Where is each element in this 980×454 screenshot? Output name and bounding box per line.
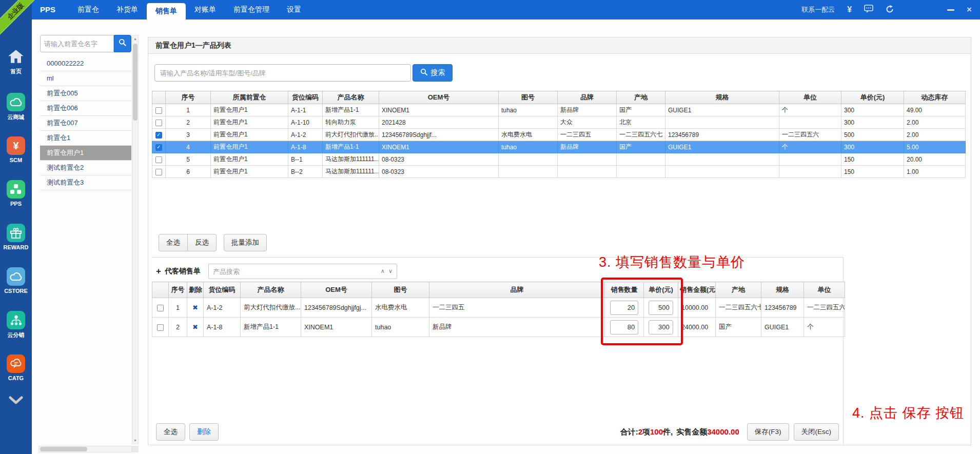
scroll-down-icon[interactable]: ▼ (132, 439, 138, 442)
checkbox-cell[interactable] (152, 104, 166, 116)
list-item-warehouse[interactable]: 前置仓1 (40, 131, 131, 146)
nav-tab-2[interactable]: 销售单 (147, 3, 186, 19)
table-row[interactable]: 1✖A-1-2前大灯代扣代缴放...123456789Sdghjjfgj...水… (152, 298, 845, 318)
column-header: 货位编码 (288, 91, 323, 104)
close-icon[interactable]: × (967, 0, 972, 19)
list-item-warehouse[interactable]: ml (40, 71, 131, 86)
table-row[interactable]: 6前置仓用户1B--2马达加斯加111111...08-03231501.00 (152, 166, 966, 178)
checkbox-cell[interactable] (152, 318, 169, 337)
sidebar-item-云商城[interactable]: 云商城 (0, 89, 32, 132)
price-cell[interactable] (644, 318, 678, 337)
unit-price-input[interactable] (649, 301, 673, 315)
table-cell: 一二三四五六七 (716, 298, 761, 318)
cloud-icon (7, 93, 25, 111)
row-checkbox[interactable] (157, 305, 164, 311)
warehouse-search-button[interactable] (114, 35, 131, 52)
delete-row-icon[interactable]: ✖ (192, 304, 198, 311)
currency-icon[interactable]: ¥ (847, 5, 852, 14)
list-item-warehouse[interactable]: 前置仓005 (40, 86, 131, 101)
sidebar-item-CSTORE[interactable]: CSTORE (0, 263, 32, 307)
qty-cell[interactable] (605, 298, 644, 318)
checkbox-cell[interactable] (152, 298, 169, 318)
table-cell: 个 (779, 141, 841, 153)
cloud-chat-icon (7, 354, 25, 373)
table-cell: 大众 (558, 116, 617, 129)
delete-row-icon[interactable]: ✖ (192, 323, 198, 331)
table-row[interactable]: 5前置仓用户1B--1马达加斯加111111...08-032315020.00 (152, 153, 966, 166)
warehouse-vertical-scrollbar[interactable]: ▲ ▼ (132, 35, 139, 444)
table-row[interactable]: 2前置仓用户1A-1-10转向助力泵2021428大众北京3002.00 (152, 116, 966, 129)
checkbox-cell[interactable] (152, 141, 166, 153)
table-cell: 2.00 (904, 116, 966, 129)
checkbox-cell[interactable] (152, 129, 166, 141)
table-row[interactable]: 2✖A-1-8新增产品1-1XINOEM1tuhao新品牌24000.00国产G… (152, 318, 845, 337)
sidebar-item-REWARD[interactable]: REWARD (0, 220, 32, 263)
table-cell: 马达加斯加111111... (323, 153, 379, 166)
product-search-input[interactable] (154, 64, 411, 82)
collapse-down-icon[interactable]: ∨ (388, 267, 393, 274)
warehouse-horizontal-scrollbar[interactable] (38, 446, 132, 452)
delete-button[interactable]: 删除 (189, 423, 219, 441)
sidebar-item-首页[interactable]: 首页 (0, 45, 32, 89)
select-all-button[interactable]: 全选 (159, 234, 188, 251)
checkbox-cell[interactable] (152, 153, 166, 166)
list-item-warehouse[interactable]: 前置仓006 (40, 101, 131, 116)
row-checkbox[interactable] (157, 324, 164, 331)
row-checkbox[interactable] (155, 169, 162, 175)
scrollbar-thumb[interactable] (40, 447, 87, 451)
unit-price-input[interactable] (649, 320, 673, 334)
sidebar-item-CATG[interactable]: CATG (0, 350, 32, 394)
save-button[interactable]: 保存(F3) (747, 423, 789, 441)
invert-selection-button[interactable]: 反选 (187, 234, 217, 251)
row-checkbox[interactable] (155, 132, 162, 139)
message-icon[interactable] (864, 5, 873, 15)
nav-tab-0[interactable]: 前置仓 (69, 0, 108, 19)
close-button[interactable]: 关闭(Esc) (794, 423, 839, 441)
scrollbar-thumb[interactable] (133, 44, 138, 121)
scroll-up-icon[interactable]: ▲ (132, 37, 138, 41)
table-cell: 123456789 (665, 129, 779, 141)
minimize-icon[interactable] (947, 9, 954, 11)
home-icon (8, 49, 24, 66)
nav-tab-3[interactable]: 对账单 (186, 0, 225, 19)
nav-tab-4[interactable]: 前置仓管理 (225, 0, 278, 19)
table-cell: 国产 (617, 141, 665, 153)
sidebar-item-SCM[interactable]: ¥SCM (0, 132, 32, 176)
table-row[interactable]: 4前置仓用户1A-1-8新增产品1-1XINOEM1tuhao新品牌国产GUIG… (152, 141, 966, 153)
nav-tab-1[interactable]: 补货单 (108, 0, 147, 19)
delete-cell[interactable]: ✖ (187, 298, 204, 318)
list-item-warehouse[interactable]: 前置仓007 (40, 116, 131, 131)
product-search-button[interactable]: 搜索 (413, 64, 453, 82)
chevron-down-icon[interactable] (0, 396, 32, 407)
sales-qty-input[interactable] (610, 320, 638, 334)
batch-add-button[interactable]: 批量添加 (224, 234, 267, 251)
list-item-warehouse[interactable]: 测试前置仓2 (40, 161, 131, 175)
brand-pps[interactable]: PPS (40, 0, 55, 19)
delete-cell[interactable]: ✖ (187, 318, 204, 337)
list-item-warehouse[interactable]: 测试前置仓3 (40, 175, 131, 190)
price-cell[interactable] (644, 298, 678, 318)
table-cell: tuhao (499, 104, 558, 116)
checkbox-cell[interactable] (152, 116, 166, 129)
select-all-button[interactable]: 全选 (156, 423, 185, 441)
qty-cell[interactable] (605, 318, 644, 337)
row-checkbox[interactable] (155, 107, 162, 114)
row-checkbox[interactable] (155, 144, 162, 151)
checkbox-cell[interactable] (152, 166, 166, 178)
nav-tab-5[interactable]: 设置 (278, 0, 310, 19)
warehouse-search-input[interactable] (40, 35, 114, 52)
list-item-warehouse[interactable]: 0000022222 (40, 56, 131, 71)
sidebar-item-PPS[interactable]: PPS (0, 176, 32, 220)
cloud-icon (7, 267, 25, 286)
table-row[interactable]: 3前置仓用户1A-1-2前大灯代扣代缴放...123456789Sdghjjf.… (152, 129, 966, 141)
table-row[interactable]: 1前置仓用户1A-1-1新增产品1-1XINOEM1tuhao新品牌国产GUIG… (152, 104, 966, 116)
sales-qty-input[interactable] (610, 301, 638, 315)
collapse-up-icon[interactable]: ∧ (381, 267, 385, 274)
contact-link[interactable]: 联系一配云 (801, 5, 835, 14)
sidebar-item-云分销[interactable]: 云分销 (0, 307, 32, 350)
row-checkbox[interactable] (155, 156, 162, 163)
list-item-warehouse[interactable]: 前置仓用户1 (40, 146, 131, 161)
row-checkbox[interactable] (155, 120, 162, 126)
sales-product-search-input[interactable] (208, 264, 397, 279)
refresh-icon[interactable] (886, 5, 894, 15)
